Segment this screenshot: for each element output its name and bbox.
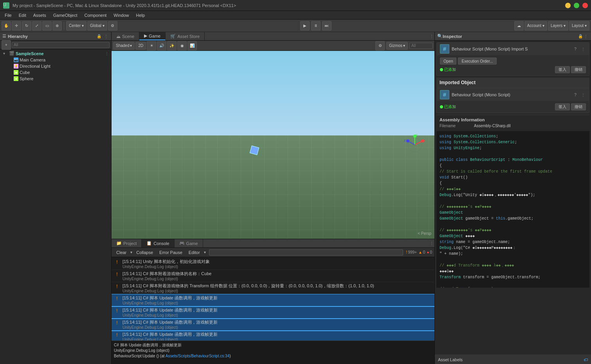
console-entry-1[interactable]: ! [15:14:11] C# 脚本附着游戏物体的名称：Cube UnityEn… (112, 270, 434, 282)
execution-order-button[interactable]: Execution Order... (458, 58, 496, 65)
shaded-dropdown[interactable]: Shaded ▾ (113, 42, 135, 50)
console-entry-4[interactable]: ! [15:14:11] C# 脚本 Update 函数调用，游戏帧更新 Uni… (112, 306, 434, 319)
script-help-btn[interactable]: ? (573, 46, 578, 52)
effects-button[interactable]: ✨ (167, 41, 177, 50)
editor-button[interactable]: Editor (186, 249, 202, 256)
code-line-2: using UnityEngine; (440, 145, 586, 151)
cube-icon: ■ (14, 70, 18, 75)
scale-tool-button[interactable]: ⤢ (32, 21, 41, 31)
audio-button[interactable]: 🔊 (157, 41, 166, 50)
add-object-button[interactable]: + (2, 40, 11, 50)
scene-settings-button[interactable]: ⚙ (375, 41, 385, 50)
menu-edit[interactable]: Edit (16, 12, 29, 18)
console-entry-line1-6: [15:14:11] C# 脚本 Update 函数调用，游戏帧更新 (123, 332, 432, 337)
undo-button-1[interactable]: 撤销 (571, 66, 586, 73)
tab-scene[interactable]: ⛰ Scene (112, 32, 139, 40)
signin-button-2[interactable]: 签入 (555, 103, 570, 110)
main-layout: ☰ Hierarchy 🔒 ⋮ + ▾ 🎬 SampleScene ⋮ 📷 Ma… (0, 32, 591, 364)
menu-file[interactable]: File (2, 12, 15, 18)
hierarchy-sphere[interactable]: ● Sphere (0, 76, 111, 82)
scene-search[interactable] (409, 43, 433, 49)
menu-assets[interactable]: Assets (30, 12, 49, 18)
hidden-objects-button[interactable]: ◉ (177, 41, 187, 50)
hierarchy-directional-light[interactable]: 💡 Directional Light (0, 63, 111, 69)
hierarchy-header: ☰ Hierarchy 🔒 ⋮ (0, 32, 111, 41)
menu-help[interactable]: Help (133, 12, 148, 18)
transform-gizmo[interactable]: X Y Z (403, 133, 427, 157)
rotate-tool-button[interactable]: ↻ (22, 21, 31, 31)
script-menu-btn-2[interactable]: ⋮ (580, 92, 586, 97)
hierarchy-main-camera[interactable]: 📷 Main Camera (0, 57, 111, 63)
tab-asset-store[interactable]: 🛒 Asset Store (166, 32, 205, 40)
script-menu-btn-1[interactable]: ⋮ (580, 46, 586, 52)
hierarchy-lock-button[interactable]: 🔒 (96, 34, 102, 39)
stats-button[interactable]: 📊 (187, 41, 197, 50)
layers-chevron: ▾ (564, 23, 566, 28)
inspector-panel: 🔍 Inspector 🔒 ⋮ # Behaviour Script (Mono… (434, 32, 591, 364)
inspector-menu-btn[interactable]: ⋮ (583, 34, 589, 39)
undo-button-2[interactable]: 撤销 (571, 103, 586, 110)
svg-text:Z: Z (404, 139, 406, 142)
script-help-btn-2[interactable]: ? (573, 92, 578, 97)
menu-component[interactable]: Component (81, 12, 110, 18)
layout-dropdown[interactable]: Layout ▾ (569, 21, 589, 31)
tab-game[interactable]: ▶ Game (139, 32, 166, 40)
pause-button[interactable]: ⏸ (311, 21, 321, 31)
move-tool-button[interactable]: ✛ (12, 21, 21, 31)
console-tab-icon: 📋 (146, 241, 152, 246)
collapse-button[interactable]: Collapse (134, 249, 155, 256)
hierarchy-cube[interactable]: ■ Cube (0, 69, 111, 76)
console-entry-3[interactable]: ! [15:14:11] C# 脚本 Update 函数调用，游戏帧更新 Uni… (112, 294, 434, 306)
error-pause-button[interactable]: Error Pause (157, 249, 185, 256)
bottom-menu-btn[interactable]: ⋮ (429, 241, 434, 246)
console-entry-text-3: [15:14:11] C# 脚本 Update 函数调用，游戏帧更新 Unity… (123, 295, 432, 305)
console-detail-line1: C# 脚本 Update 函数调用，游戏帧更新 (114, 342, 432, 348)
bottom-panels: 📁 Project 📋 Console 🎮 Game ⋮ Clear ▾ Col… (112, 239, 434, 364)
console-search-input[interactable] (209, 249, 403, 256)
rect-tool-button[interactable]: ▭ (42, 21, 52, 31)
tab-console[interactable]: 📋 Console (142, 239, 174, 247)
lighting-button[interactable]: ☀ (147, 41, 156, 50)
console-entry-2[interactable]: ! [15:14:11] C# 脚本附着游戏物体的 Transform 组件数据… (112, 282, 434, 294)
transform-tool-button[interactable]: ⊕ (52, 21, 62, 31)
account-dropdown[interactable]: Account ▾ (524, 21, 547, 31)
hierarchy-search-input[interactable] (12, 42, 110, 48)
counter-warn-icon: ▲ (418, 250, 422, 254)
scene-cube-object[interactable] (250, 146, 258, 154)
asset-labels-icon[interactable]: 🏷 (584, 357, 588, 362)
directional-light-label: Directional Light (20, 64, 50, 68)
hierarchy-menu-button[interactable]: ⋮ (103, 34, 109, 39)
2d-button[interactable]: 2D (135, 42, 146, 50)
scene-menu-icon[interactable]: ⋮ (105, 51, 109, 56)
open-button[interactable]: Open (440, 58, 456, 65)
step-button[interactable]: ⏭ (322, 21, 332, 31)
signin-button-1[interactable]: 签入 (555, 66, 570, 73)
menu-gameobject[interactable]: GameObject (50, 12, 81, 18)
console-detail-link[interactable]: Assets/Scripts/BehaviourScript.cs:34 (166, 354, 229, 358)
console-entry-6[interactable]: ! [15:14:11] C# 脚本 Update 函数调用，游戏帧更新 Uni… (112, 331, 434, 341)
hand-tool-button[interactable]: ✋ (2, 21, 11, 31)
scene-root-item[interactable]: ▾ 🎬 SampleScene ⋮ (0, 50, 111, 57)
menu-window[interactable]: Window (110, 12, 132, 18)
tab-game-bottom[interactable]: 🎮 Game (175, 239, 203, 247)
minimize-button[interactable] (565, 3, 571, 8)
console-entry-5[interactable]: ! [15:14:11] C# 脚本 Update 函数调用，游戏帧更新 Uni… (112, 319, 434, 331)
tab-project[interactable]: 📁 Project (112, 239, 142, 247)
maximize-button[interactable] (574, 3, 579, 8)
code-line-24: Transform transform = gameObject.transfo… (440, 274, 586, 280)
gizmos-dropdown[interactable]: Gizmos ▾ (386, 42, 408, 50)
scene-menu-btn[interactable]: ⋮ (429, 34, 434, 39)
play-button[interactable]: ▶ (300, 21, 310, 31)
center-dropdown[interactable]: Center ▾ (66, 21, 86, 31)
clear-dropdown[interactable]: ▾ (130, 250, 132, 254)
editor-dropdown[interactable]: ▾ (204, 250, 206, 254)
snap-button[interactable]: ⚙ (108, 21, 117, 31)
console-entry-0[interactable]: ! [15:14:11] Unity 脚本初始化，初始化游戏对象 UnityEn… (112, 258, 434, 270)
inspector-lock-btn[interactable]: 🔒 (578, 34, 583, 39)
global-dropdown[interactable]: Global ▾ (87, 21, 107, 31)
layers-dropdown[interactable]: Layers ▾ (548, 21, 568, 31)
clear-button[interactable]: Clear (114, 249, 129, 256)
scene-tab-icon: ⛰ (116, 34, 121, 39)
close-button[interactable] (582, 3, 588, 8)
collab-button[interactable]: ☁ (514, 21, 524, 31)
